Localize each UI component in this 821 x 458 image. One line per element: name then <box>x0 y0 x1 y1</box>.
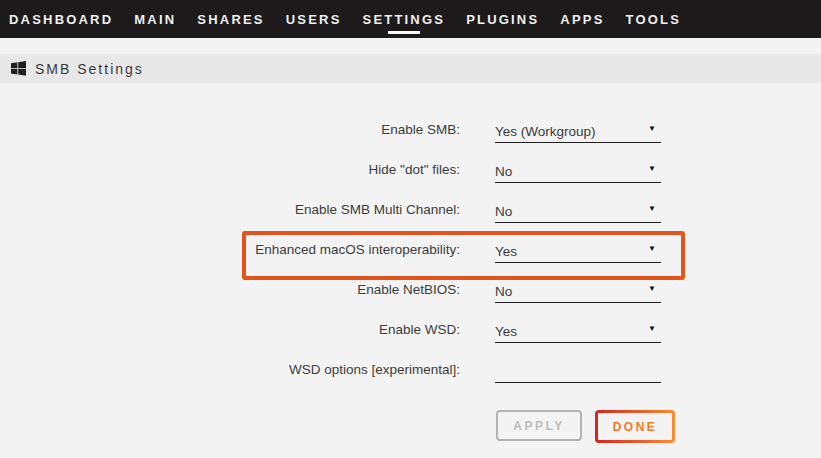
select-hide-dot-files[interactable]: No▼ <box>495 151 661 191</box>
nav-item-plugins[interactable]: PLUGINS <box>466 12 539 27</box>
top-nav: DASHBOARDMAINSHARESUSERSSETTINGSPLUGINSA… <box>0 0 821 38</box>
nav-item-apps[interactable]: APPS <box>560 12 604 27</box>
select-enable-netbios[interactable]: No▼ <box>495 271 661 311</box>
done-button[interactable]: DONE <box>595 410 675 443</box>
field-row-enable-smb-multi-channel: Enable SMB Multi Channel:No▼ <box>0 191 821 231</box>
chevron-down-icon: ▼ <box>648 164 656 173</box>
form-actions: APPLY DONE <box>496 410 821 443</box>
field-row-enable-wsd: Enable WSD:Yes▼ <box>0 311 821 351</box>
field-row-wsd-options-experimental: WSD options [experimental]: <box>0 351 821 391</box>
chevron-down-icon: ▼ <box>648 124 656 133</box>
select-enable-smb-multi-channel[interactable]: No▼ <box>495 191 661 231</box>
chevron-down-icon: ▼ <box>648 284 656 293</box>
select-value-enable-smb: Yes (Workgroup) <box>495 124 596 139</box>
field-row-enable-smb: Enable SMB:Yes (Workgroup)▼ <box>0 111 821 151</box>
nav-item-main[interactable]: MAIN <box>134 12 176 27</box>
text-field-wsd-options-experimental <box>495 351 661 391</box>
chevron-down-icon: ▼ <box>648 204 656 213</box>
field-row-hide-dot-files: Hide "dot" files:No▼ <box>0 151 821 191</box>
field-row-enable-netbios: Enable NetBIOS:No▼ <box>0 271 821 311</box>
wsd-options-experimental-input[interactable] <box>495 364 661 379</box>
chevron-down-icon: ▼ <box>648 324 656 333</box>
select-value-enable-smb-multi-channel: No <box>495 204 512 219</box>
nav-item-shares[interactable]: SHARES <box>197 12 264 27</box>
field-row-enhanced-macos-interoperability: Enhanced macOS interoperability:Yes▼ <box>0 231 821 271</box>
nav-spacer <box>0 38 821 54</box>
field-label-enable-smb-multi-channel: Enable SMB Multi Channel: <box>0 191 460 231</box>
chevron-down-icon: ▼ <box>648 244 656 253</box>
nav-item-users[interactable]: USERS <box>286 12 342 27</box>
nav-item-tools[interactable]: TOOLS <box>626 12 682 27</box>
field-label-hide-dot-files: Hide "dot" files: <box>0 151 460 191</box>
field-label-wsd-options-experimental: WSD options [experimental]: <box>0 351 460 391</box>
page-header: SMB Settings <box>0 54 821 83</box>
select-value-enable-wsd: Yes <box>495 324 517 339</box>
select-value-enhanced-macos-interoperability: Yes <box>495 244 517 259</box>
field-label-enable-smb: Enable SMB: <box>0 111 460 151</box>
smb-settings-form: Enable SMB:Yes (Workgroup)▼Hide "dot" fi… <box>0 111 821 391</box>
select-enhanced-macos-interoperability[interactable]: Yes▼ <box>495 231 661 271</box>
field-label-enhanced-macos-interoperability: Enhanced macOS interoperability: <box>0 231 460 271</box>
field-label-enable-netbios: Enable NetBIOS: <box>0 271 460 311</box>
nav-item-settings[interactable]: SETTINGS <box>363 12 446 27</box>
select-enable-wsd[interactable]: Yes▼ <box>495 311 661 351</box>
page-title: SMB Settings <box>35 61 144 77</box>
windows-icon <box>11 61 26 76</box>
apply-button[interactable]: APPLY <box>496 410 582 441</box>
field-label-enable-wsd: Enable WSD: <box>0 311 460 351</box>
main-content: Enable SMB:Yes (Workgroup)▼Hide "dot" fi… <box>0 111 821 443</box>
select-value-enable-netbios: No <box>495 284 512 299</box>
select-value-hide-dot-files: No <box>495 164 512 179</box>
select-enable-smb[interactable]: Yes (Workgroup)▼ <box>495 111 661 151</box>
nav-item-dashboard[interactable]: DASHBOARD <box>9 12 113 27</box>
